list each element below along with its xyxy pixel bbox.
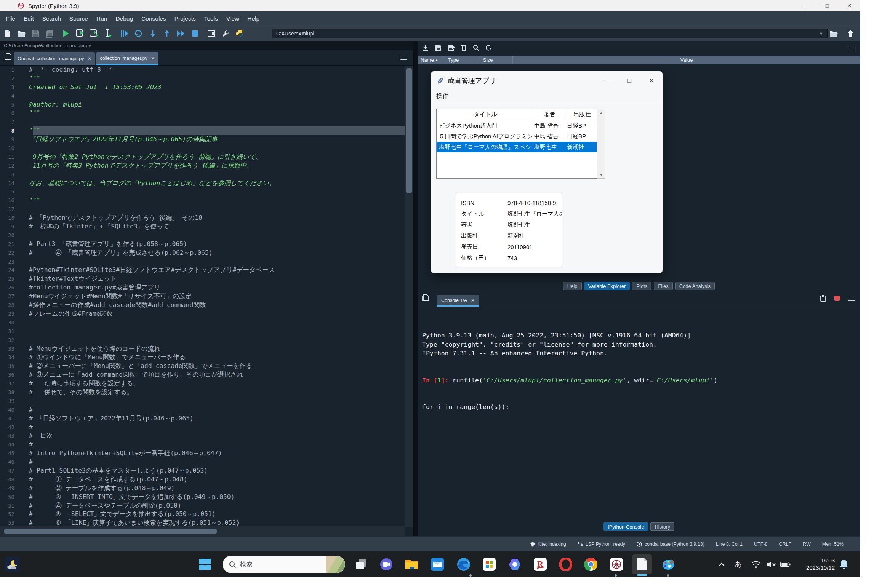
scrollbar-thumb[interactable] <box>4 529 217 534</box>
pane-divider[interactable] <box>413 41 418 536</box>
editor-tab-original[interactable]: Original_collection_manager.py ✕ <box>14 52 95 65</box>
spyder-icon[interactable]: S <box>609 557 624 572</box>
run-cell-icon[interactable] <box>73 27 87 40</box>
continue-icon[interactable] <box>174 27 188 40</box>
editor-tab-collection-manager[interactable]: collection_manager.py ✕ <box>96 52 158 65</box>
console-bottom-tab[interactable]: IPython Console <box>603 522 648 531</box>
search-input[interactable]: 検索 <box>223 556 345 573</box>
pane-tab[interactable]: Plots <box>632 282 651 290</box>
windows-start-icon[interactable] <box>197 557 213 572</box>
menu-item[interactable]: Consoles <box>137 11 170 26</box>
mail-icon[interactable] <box>430 557 445 572</box>
tk-close-button[interactable]: ✕ <box>640 71 663 90</box>
minimize-button[interactable]: — <box>794 0 816 11</box>
close-button[interactable]: ✕ <box>838 0 860 11</box>
pane-tab[interactable]: Help <box>563 282 582 290</box>
menu-item[interactable]: File <box>2 11 19 26</box>
chrome-icon[interactable] <box>583 557 599 572</box>
open-file-icon[interactable] <box>14 27 28 40</box>
weather-icon[interactable] <box>5 557 20 574</box>
run-cell-advance-icon[interactable] <box>87 27 101 40</box>
run-selection-icon[interactable] <box>101 27 115 40</box>
editor-horizontal-scrollbar[interactable] <box>0 526 405 536</box>
rerun-cell-icon[interactable] <box>131 27 146 40</box>
search-icon[interactable] <box>473 45 479 53</box>
close-tab-icon[interactable]: ✕ <box>471 298 475 303</box>
close-tab-icon[interactable]: ✕ <box>151 56 155 61</box>
notepad-icon[interactable] <box>632 554 652 574</box>
editor-options-menu-icon[interactable] <box>400 56 407 60</box>
menu-item[interactable]: Debug <box>111 11 137 26</box>
paint-icon[interactable] <box>661 557 676 572</box>
copy-icon[interactable] <box>820 295 826 303</box>
tk-minimize-button[interactable]: — <box>596 71 618 90</box>
close-tab-icon[interactable]: ✕ <box>87 56 91 61</box>
browse-tabs-icon[interactable] <box>421 294 429 303</box>
console-tab[interactable]: Console 1/A ✕ <box>437 295 479 307</box>
save-data-icon[interactable] <box>435 45 442 53</box>
import-data-icon[interactable] <box>422 44 429 53</box>
step-into-icon[interactable] <box>146 27 160 40</box>
menu-item[interactable]: View <box>222 11 243 26</box>
menu-item[interactable]: Help <box>243 11 264 26</box>
scrollbar-thumb[interactable] <box>406 68 412 193</box>
save-data-as-icon[interactable] <box>448 45 455 53</box>
stop-icon[interactable] <box>188 27 202 40</box>
run-icon[interactable] <box>59 27 73 40</box>
tk-titlebar[interactable]: 蔵書管理アプリ — □ ✕ <box>431 71 663 90</box>
tray-expand-icon[interactable] <box>718 551 725 577</box>
notification-bell-icon[interactable] <box>839 551 848 577</box>
preferences-wrench-icon[interactable] <box>218 27 232 40</box>
menu-item[interactable]: Projects <box>170 11 200 26</box>
menu-item[interactable]: Edit <box>19 11 38 26</box>
pane-tab[interactable]: Files <box>654 282 672 290</box>
browse-tabs-icon[interactable] <box>4 53 11 61</box>
pane-tab[interactable]: Code Analysis <box>675 282 715 290</box>
clock[interactable]: 16:03 2023/10/12 <box>798 557 835 571</box>
menu-item[interactable]: Tools <box>200 11 222 26</box>
wifi-icon[interactable] <box>751 551 760 577</box>
volume-muted-icon[interactable] <box>767 551 776 577</box>
opera-icon[interactable] <box>558 557 573 572</box>
chat-icon[interactable] <box>379 557 394 572</box>
debug-run-icon[interactable] <box>117 27 131 40</box>
edge-icon[interactable] <box>456 557 471 572</box>
working-directory-combo[interactable]: C:¥Users¥mlupi ▼ <box>272 29 828 38</box>
tk-maximize-button[interactable]: □ <box>618 71 640 90</box>
r-app-icon[interactable]: R <box>533 557 548 572</box>
book-list-table[interactable]: タイトル 著者 出版社 ビジネスPython超入門 中島 省吾 日経BP ５日間… <box>436 109 597 179</box>
copilot-icon[interactable] <box>507 557 522 572</box>
menu-item[interactable]: Source <box>65 11 92 26</box>
search-highlight-thumbnail[interactable] <box>326 556 345 573</box>
variable-explorer-options-menu-icon[interactable] <box>848 46 855 50</box>
remove-variables-icon[interactable] <box>461 44 467 53</box>
microsoft-icon[interactable] <box>482 557 497 572</box>
step-return-icon[interactable] <box>160 27 174 40</box>
console-output[interactable]: Python 3.9.13 (main, Aug 25 2022, 23:51:… <box>418 307 860 430</box>
maximize-button[interactable]: □ <box>816 0 838 11</box>
new-file-icon[interactable] <box>0 27 14 40</box>
scroll-up-icon[interactable]: ▲ <box>597 109 605 117</box>
browse-directory-icon[interactable] <box>827 27 840 40</box>
refresh-icon[interactable] <box>485 45 492 53</box>
task-view-icon[interactable] <box>354 557 369 572</box>
parent-directory-icon[interactable] <box>844 27 857 40</box>
conda-env-status[interactable]: conda: base (Python 3.9.13) <box>637 542 704 547</box>
maximize-pane-icon[interactable] <box>204 27 218 40</box>
tk-menu-operations[interactable]: 操作 <box>436 93 448 101</box>
menu-item[interactable]: Run <box>92 11 111 26</box>
code-editor[interactable]: 1# -*- coding: utf-8 -*- 2""" 3Created o… <box>0 66 405 527</box>
column-type[interactable]: Type <box>445 56 480 64</box>
console-options-menu-icon[interactable] <box>848 297 855 301</box>
book-row[interactable]: ５日間で学ぶPython AIプログラミング編 中島 省吾 日経BP <box>437 131 597 142</box>
book-row[interactable]: ビジネスPython超入門 中島 省吾 日経BP <box>437 120 597 131</box>
battery-icon[interactable] <box>780 551 791 577</box>
ime-ja-icon[interactable]: あ <box>735 551 742 577</box>
column-size[interactable]: Size <box>480 56 513 64</box>
console-bottom-tab[interactable]: History <box>650 522 674 531</box>
file-explorer-icon[interactable] <box>404 557 419 572</box>
interrupt-kernel-icon[interactable] <box>834 296 840 302</box>
column-value[interactable]: Value <box>513 56 860 64</box>
menu-item[interactable]: Search <box>38 11 65 26</box>
editor-vertical-scrollbar[interactable] <box>405 66 413 527</box>
